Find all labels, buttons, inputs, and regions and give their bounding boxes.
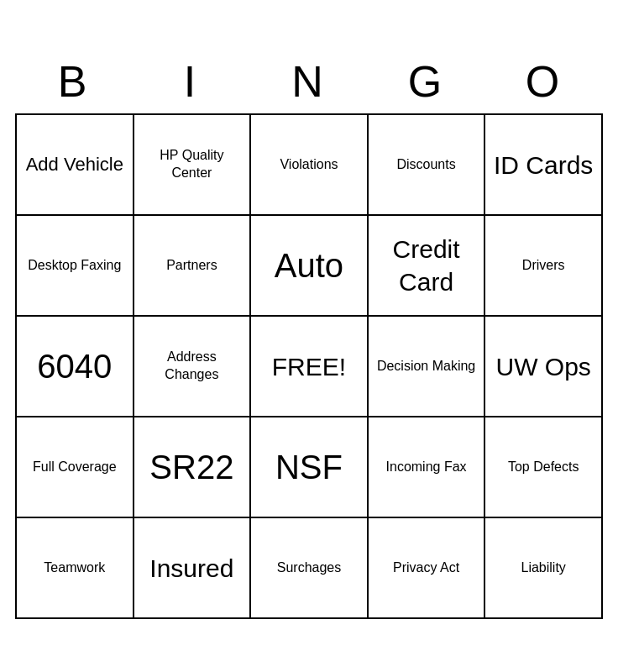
cell-text: Discounts <box>396 157 455 171</box>
cell-text: NSF <box>275 449 343 486</box>
cell-text: Top Defects <box>508 459 579 474</box>
cell-r1-c4[interactable]: Drivers <box>484 215 602 316</box>
header-letter: B <box>15 53 133 113</box>
cell-r2-c1[interactable]: Address Changes <box>134 316 251 417</box>
header-letter: I <box>133 53 250 113</box>
cell-r0-c2[interactable]: Violations <box>250 114 368 215</box>
cell-text: Incoming Fax <box>386 459 467 474</box>
cell-text: Credit Card <box>393 235 460 296</box>
cell-text: Liability <box>521 560 566 575</box>
cell-text: Desktop Faxing <box>28 258 121 272</box>
cell-r0-c1[interactable]: HP Quality Center <box>134 114 251 215</box>
cell-r2-c0[interactable]: 6040 <box>16 316 134 417</box>
cell-r0-c4[interactable]: ID Cards <box>484 114 602 215</box>
cell-text: FREE! <box>272 353 346 381</box>
cell-text: SR22 <box>149 449 233 486</box>
cell-text: Violations <box>280 157 338 171</box>
cell-text: UW Ops <box>496 353 591 381</box>
cell-r3-c1[interactable]: SR22 <box>134 417 251 517</box>
cell-r1-c1[interactable]: Partners <box>134 215 251 316</box>
bingo-header: BINGO <box>15 53 603 113</box>
cell-text: Surchages <box>277 560 342 575</box>
cell-text: Insured <box>149 554 233 582</box>
cell-r1-c3[interactable]: Credit Card <box>368 215 485 316</box>
cell-text: HP Quality Center <box>160 148 223 180</box>
cell-text: Teamwork <box>44 560 105 575</box>
header-letter: G <box>368 53 485 113</box>
header-letter: N <box>250 53 368 113</box>
cell-text: Decision Making <box>377 359 475 373</box>
cell-text: Address Changes <box>165 349 218 381</box>
cell-text: 6040 <box>37 348 112 385</box>
cell-r4-c2[interactable]: Surchages <box>250 517 368 618</box>
cell-text: Drivers <box>522 258 565 272</box>
cell-r2-c3[interactable]: Decision Making <box>368 316 485 417</box>
cell-text: Add Vehicle <box>26 154 123 175</box>
cell-text: Full Coverage <box>33 459 117 474</box>
cell-r0-c3[interactable]: Discounts <box>368 114 485 215</box>
cell-r0-c0[interactable]: Add Vehicle <box>16 114 134 215</box>
cell-r3-c3[interactable]: Incoming Fax <box>368 417 485 517</box>
header-letter: O <box>485 53 603 113</box>
cell-text: ID Cards <box>494 151 593 179</box>
bingo-card: BINGO Add VehicleHP Quality CenterViolat… <box>15 53 603 619</box>
bingo-grid: Add VehicleHP Quality CenterViolationsDi… <box>15 113 603 619</box>
cell-r3-c2[interactable]: NSF <box>250 417 368 517</box>
cell-r3-c0[interactable]: Full Coverage <box>16 417 134 517</box>
cell-r4-c3[interactable]: Privacy Act <box>368 517 485 618</box>
cell-r4-c0[interactable]: Teamwork <box>16 517 134 618</box>
cell-r4-c1[interactable]: Insured <box>134 517 251 618</box>
cell-text: Privacy Act <box>393 560 459 575</box>
cell-r2-c4[interactable]: UW Ops <box>484 316 602 417</box>
cell-r1-c2[interactable]: Auto <box>250 215 368 316</box>
cell-text: Partners <box>166 258 217 272</box>
cell-r3-c4[interactable]: Top Defects <box>484 417 602 517</box>
cell-r4-c4[interactable]: Liability <box>484 517 602 618</box>
cell-text: Auto <box>275 247 343 284</box>
cell-r2-c2[interactable]: FREE! <box>250 316 368 417</box>
cell-r1-c0[interactable]: Desktop Faxing <box>16 215 134 316</box>
